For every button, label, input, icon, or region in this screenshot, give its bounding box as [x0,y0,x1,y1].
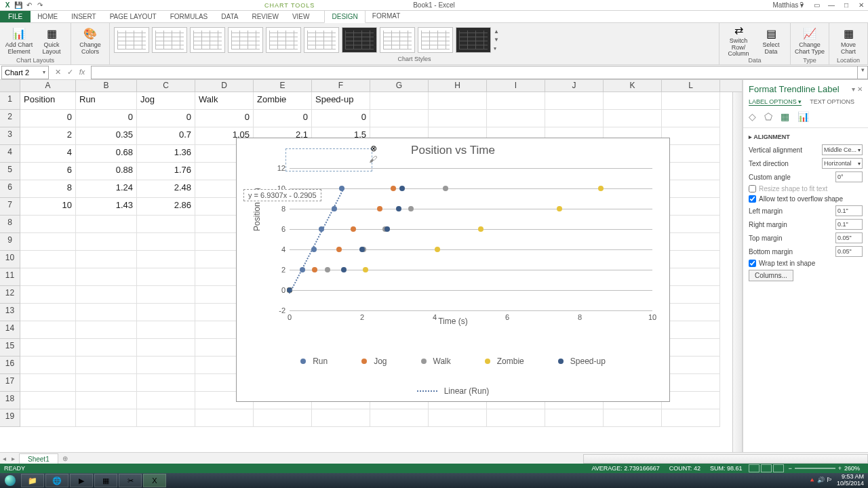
cell[interactable] [662,339,720,357]
data-point[interactable] [391,186,396,191]
cell[interactable]: 0 [312,110,370,127]
row-header[interactable]: 3 [0,127,20,145]
start-button[interactable] [0,473,20,488]
row-header[interactable]: 4 [0,145,20,163]
tab-format[interactable]: FORMAT [366,10,407,22]
chart-style-thumb[interactable] [114,27,149,53]
cell[interactable] [20,409,76,427]
zoom-slider[interactable] [795,468,835,469]
tab-review[interactable]: REVIEW [245,11,285,22]
resize-shape-checkbox[interactable] [749,185,756,192]
cell[interactable]: 8 [20,180,76,198]
chart-style-thumb[interactable] [228,27,263,53]
tab-insert[interactable]: INSERT [64,11,103,22]
change-colors-button[interactable]: 🎨Change Colors [75,24,105,57]
cell[interactable] [76,251,137,268]
cell[interactable]: 0.7 [137,127,195,145]
undo-icon[interactable]: ↶ [24,1,34,10]
column-header[interactable]: C [137,80,195,92]
cell[interactable]: Walk [195,92,254,110]
cell[interactable] [137,357,195,374]
close-icon[interactable]: ✕ [854,1,868,9]
cell[interactable] [487,110,545,127]
cell[interactable]: 0.35 [76,127,137,145]
cell[interactable] [20,374,76,392]
tab-file[interactable]: FILE [0,11,31,22]
row-header[interactable]: 18 [0,392,20,409]
cell[interactable] [195,409,254,427]
x-axis-label[interactable]: Time (s) [237,317,669,326]
row-header[interactable]: 16 [0,357,20,374]
cell[interactable] [76,392,137,409]
tab-label-options[interactable]: LABEL OPTIONS ▾ [749,98,802,106]
legend-item[interactable]: Zombie [485,357,524,366]
cell[interactable]: 0 [195,110,254,127]
cell[interactable]: 0.88 [76,163,137,180]
cell[interactable] [137,374,195,392]
legend-item[interactable]: Walk [421,357,451,366]
data-point[interactable] [435,247,440,252]
legend-item[interactable]: Run [300,357,328,366]
tab-page-layout[interactable]: PAGE LAYOUT [103,11,163,22]
column-header[interactable]: J [545,80,604,92]
help-icon[interactable]: ? [795,1,808,9]
chart-style-thumb[interactable] [266,27,301,53]
row-header[interactable]: 19 [0,409,20,427]
data-point[interactable] [377,206,382,211]
cell[interactable] [604,92,662,110]
cell[interactable] [137,268,195,286]
cell[interactable] [76,409,137,427]
chart-style-thumb[interactable] [190,27,225,53]
cell[interactable]: 0 [137,110,195,127]
cell[interactable] [662,374,720,392]
cell[interactable] [20,216,76,233]
cell[interactable] [487,92,545,110]
add-sheet-icon[interactable]: ⊕ [58,455,72,462]
cell[interactable] [429,110,487,127]
cell[interactable] [76,304,137,321]
close-pane-icon[interactable]: ▾ ✕ [852,85,863,93]
valign-combo[interactable]: Middle Ce...▾ [822,144,863,155]
chart-style-thumb[interactable] [418,27,453,53]
cell[interactable] [76,374,137,392]
cell[interactable] [137,321,195,339]
chart-style-thumb[interactable] [380,27,415,53]
save-icon[interactable]: 💾 [14,1,23,10]
cell[interactable] [20,339,76,357]
cell[interactable] [604,409,662,427]
cell[interactable] [487,409,545,427]
cell[interactable]: 0.68 [76,145,137,163]
data-point[interactable] [359,247,365,252]
data-point[interactable] [443,186,448,191]
task-media[interactable]: ▶ [70,474,93,487]
redo-icon[interactable]: ↷ [35,1,45,10]
cell[interactable] [20,392,76,409]
name-box[interactable]: Chart 2▾ [1,66,49,79]
text-direction-combo[interactable]: Horizontal▾ [822,158,863,169]
tray-icons[interactable]: 🔺 🔊 🏳 [808,477,833,484]
cell[interactable]: 2.86 [137,198,195,216]
embedded-chart[interactable]: Position vs Time ⊗ 🖌 Position (m) -20246… [236,138,670,402]
legend-item[interactable]: Speed-up [558,357,606,366]
change-chart-type-button[interactable]: 📈Change Chart Type [795,24,825,57]
task-excel[interactable]: X [143,474,166,487]
system-tray[interactable]: 🔺 🔊 🏳 9:53 AM10/5/2014 [804,474,868,487]
column-header[interactable]: I [487,80,545,92]
tab-view[interactable]: VIEW [285,11,317,22]
data-point[interactable] [325,267,330,272]
column-header[interactable]: D [195,80,254,92]
cell[interactable] [20,321,76,339]
cell[interactable] [662,145,720,163]
view-page-break-icon[interactable] [773,464,784,472]
row-header[interactable]: 1 [0,92,20,110]
legend-item-trendline[interactable]: Linear (Run) [417,386,490,396]
cell[interactable]: 0 [20,110,76,127]
cell[interactable] [662,233,720,251]
data-point[interactable] [478,226,484,232]
row-header[interactable]: 6 [0,180,20,198]
cell[interactable] [20,286,76,304]
data-point[interactable] [336,247,342,252]
maximize-icon[interactable]: □ [840,1,853,9]
tab-home[interactable]: HOME [31,11,64,22]
cell[interactable] [545,409,604,427]
